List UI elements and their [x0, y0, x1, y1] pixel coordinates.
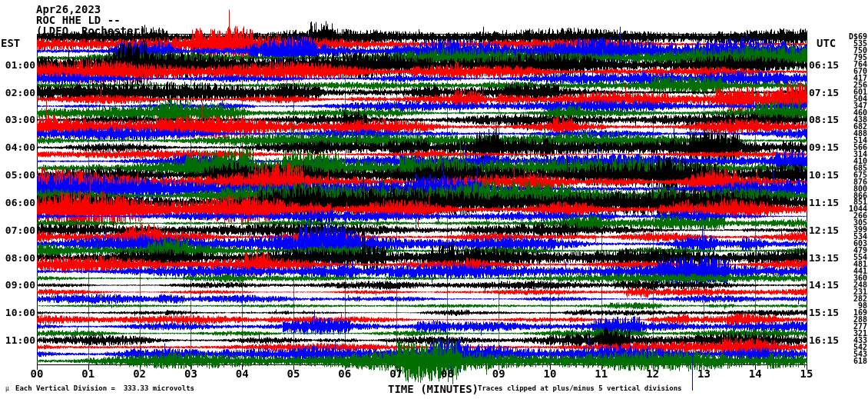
- header-station: ROC HHE LD --: [36, 15, 121, 25]
- left-axis-timezone-label: EST: [1, 37, 20, 49]
- microvolt-mark: µ: [5, 385, 9, 392]
- est-hour-label: 08:00: [0, 253, 35, 263]
- est-hour-label: 04:00: [0, 142, 35, 152]
- minute-tick-label: 05: [282, 368, 305, 379]
- minute-tick-label: 11: [590, 368, 613, 379]
- est-hour-label: 09:00: [0, 280, 35, 290]
- minute-tick-label: 04: [230, 368, 253, 379]
- minute-tick-label: 06: [333, 368, 356, 379]
- minute-tick-label: 07: [385, 368, 408, 379]
- est-hour-label: 07:00: [0, 225, 35, 235]
- helicorder-canvas: [0, 0, 868, 399]
- scale-note: Each Vertical Division = 333.33 microvol…: [15, 384, 194, 392]
- est-hour-label: 05:00: [0, 170, 35, 180]
- minute-tick-label: 01: [77, 368, 100, 379]
- est-hour-label: 03:00: [0, 115, 35, 125]
- minute-tick-label: 00: [25, 368, 48, 379]
- est-hour-label: 06:00: [0, 198, 35, 208]
- amplitude-value: 618: [842, 357, 867, 365]
- minute-tick-label: 15: [795, 368, 818, 379]
- right-axis-timezone-label: UTC: [817, 37, 836, 49]
- minute-tick-label: 10: [538, 368, 562, 379]
- minute-tick-label: 12: [641, 368, 664, 379]
- helicorder-page: Apr26,2023 ROC HHE LD -- (LDEO, Rocheste…: [0, 0, 868, 399]
- minute-tick-label: 03: [179, 368, 202, 379]
- header-location: (LDEO, Rochester): [36, 25, 146, 36]
- minute-tick-label: 13: [692, 368, 715, 379]
- minute-tick-label: 09: [487, 368, 510, 379]
- header-date: Apr26,2023: [36, 4, 101, 15]
- x-axis-title: TIME (MINUTES): [388, 383, 479, 395]
- minute-tick-label: 02: [128, 368, 151, 379]
- clip-note: Traces clipped at plus/minus 5 vertical …: [478, 384, 682, 392]
- est-hour-label: 02:00: [0, 88, 35, 98]
- est-hour-label: 10:00: [0, 308, 35, 318]
- est-hour-label: 01:00: [0, 60, 35, 70]
- minute-tick-label: 08: [436, 368, 459, 379]
- minute-tick-label: 14: [744, 368, 767, 379]
- est-hour-label: 11:00: [0, 335, 35, 345]
